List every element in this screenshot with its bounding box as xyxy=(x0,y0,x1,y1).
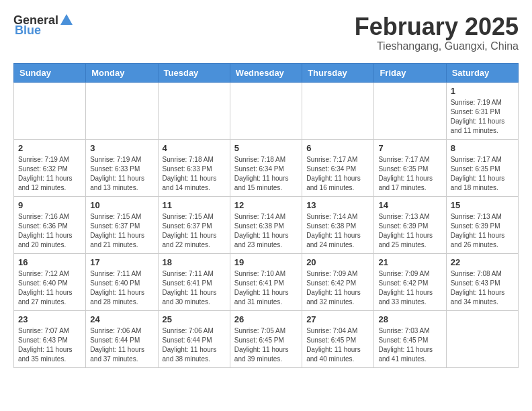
day-info: Sunrise: 7:08 AM Sunset: 6:43 PM Dayligh… xyxy=(451,269,514,307)
title-block: February 2025 Tieshangang, Guangxi, Chin… xyxy=(355,13,519,52)
day-info: Sunrise: 7:19 AM Sunset: 6:33 PM Dayligh… xyxy=(90,155,153,193)
day-info: Sunrise: 7:16 AM Sunset: 6:36 PM Dayligh… xyxy=(18,212,81,250)
day-number: 17 xyxy=(90,257,153,267)
day-number: 24 xyxy=(90,314,153,324)
day-info: Sunrise: 7:06 AM Sunset: 6:44 PM Dayligh… xyxy=(90,326,153,364)
day-info: Sunrise: 7:19 AM Sunset: 6:31 PM Dayligh… xyxy=(451,98,514,136)
day-number: 16 xyxy=(18,257,81,267)
week-row-3: 9Sunrise: 7:16 AM Sunset: 6:36 PM Daylig… xyxy=(14,196,519,253)
empty-cell xyxy=(302,82,374,139)
day-info: Sunrise: 7:07 AM Sunset: 6:43 PM Dayligh… xyxy=(18,326,81,364)
week-row-2: 2Sunrise: 7:19 AM Sunset: 6:32 PM Daylig… xyxy=(14,139,519,196)
day-info: Sunrise: 7:14 AM Sunset: 6:38 PM Dayligh… xyxy=(234,212,298,250)
day-number: 5 xyxy=(234,143,298,153)
month-title: February 2025 xyxy=(355,13,519,40)
empty-cell xyxy=(374,82,446,139)
day-number: 10 xyxy=(90,200,153,210)
weekday-header-friday: Friday xyxy=(374,63,446,82)
day-info: Sunrise: 7:10 AM Sunset: 6:41 PM Dayligh… xyxy=(234,269,298,307)
weekday-header-saturday: Saturday xyxy=(446,63,518,82)
week-row-4: 16Sunrise: 7:12 AM Sunset: 6:40 PM Dayli… xyxy=(14,253,519,310)
day-cell-13: 13Sunrise: 7:14 AM Sunset: 6:38 PM Dayli… xyxy=(302,196,374,253)
day-number: 26 xyxy=(234,314,298,324)
empty-cell xyxy=(230,82,302,139)
weekday-header-thursday: Thursday xyxy=(302,63,374,82)
day-number: 6 xyxy=(306,143,369,153)
day-number: 2 xyxy=(18,143,81,153)
day-cell-9: 9Sunrise: 7:16 AM Sunset: 6:36 PM Daylig… xyxy=(14,196,86,253)
weekday-header-monday: Monday xyxy=(86,63,158,82)
day-cell-26: 26Sunrise: 7:05 AM Sunset: 6:45 PM Dayli… xyxy=(230,310,302,367)
day-number: 7 xyxy=(378,143,441,153)
day-info: Sunrise: 7:04 AM Sunset: 6:45 PM Dayligh… xyxy=(306,326,369,364)
day-cell-28: 28Sunrise: 7:03 AM Sunset: 6:45 PM Dayli… xyxy=(374,310,446,367)
day-cell-25: 25Sunrise: 7:06 AM Sunset: 6:44 PM Dayli… xyxy=(158,310,230,367)
day-info: Sunrise: 7:03 AM Sunset: 6:45 PM Dayligh… xyxy=(378,326,441,364)
page-header: General Blue February 2025 Tieshangang, … xyxy=(13,13,519,52)
day-number: 18 xyxy=(163,257,226,267)
empty-cell xyxy=(446,310,518,367)
day-info: Sunrise: 7:06 AM Sunset: 6:44 PM Dayligh… xyxy=(163,326,226,364)
day-number: 8 xyxy=(451,143,514,153)
logo-icon xyxy=(59,13,74,28)
day-number: 28 xyxy=(378,314,441,324)
day-number: 3 xyxy=(90,143,153,153)
day-number: 12 xyxy=(234,200,298,210)
day-cell-24: 24Sunrise: 7:06 AM Sunset: 6:44 PM Dayli… xyxy=(86,310,158,367)
day-info: Sunrise: 7:15 AM Sunset: 6:37 PM Dayligh… xyxy=(90,212,153,250)
day-info: Sunrise: 7:17 AM Sunset: 6:35 PM Dayligh… xyxy=(378,155,441,193)
day-cell-11: 11Sunrise: 7:15 AM Sunset: 6:37 PM Dayli… xyxy=(158,196,230,253)
day-cell-22: 22Sunrise: 7:08 AM Sunset: 6:43 PM Dayli… xyxy=(446,253,518,310)
day-cell-5: 5Sunrise: 7:18 AM Sunset: 6:34 PM Daylig… xyxy=(230,139,302,196)
day-cell-10: 10Sunrise: 7:15 AM Sunset: 6:37 PM Dayli… xyxy=(86,196,158,253)
day-cell-23: 23Sunrise: 7:07 AM Sunset: 6:43 PM Dayli… xyxy=(14,310,86,367)
day-number: 27 xyxy=(306,314,369,324)
day-number: 9 xyxy=(18,200,81,210)
day-number: 19 xyxy=(234,257,298,267)
day-number: 11 xyxy=(163,200,226,210)
day-info: Sunrise: 7:11 AM Sunset: 6:41 PM Dayligh… xyxy=(163,269,226,307)
day-info: Sunrise: 7:09 AM Sunset: 6:42 PM Dayligh… xyxy=(378,269,441,307)
day-cell-2: 2Sunrise: 7:19 AM Sunset: 6:32 PM Daylig… xyxy=(14,139,86,196)
location-title: Tieshangang, Guangxi, China xyxy=(355,40,519,52)
day-number: 15 xyxy=(451,200,514,210)
day-cell-4: 4Sunrise: 7:18 AM Sunset: 6:33 PM Daylig… xyxy=(158,139,230,196)
day-cell-14: 14Sunrise: 7:13 AM Sunset: 6:39 PM Dayli… xyxy=(374,196,446,253)
day-info: Sunrise: 7:13 AM Sunset: 6:39 PM Dayligh… xyxy=(451,212,514,250)
day-cell-3: 3Sunrise: 7:19 AM Sunset: 6:33 PM Daylig… xyxy=(86,139,158,196)
day-info: Sunrise: 7:13 AM Sunset: 6:39 PM Dayligh… xyxy=(378,212,441,250)
day-cell-21: 21Sunrise: 7:09 AM Sunset: 6:42 PM Dayli… xyxy=(374,253,446,310)
svg-marker-0 xyxy=(60,14,73,25)
day-number: 23 xyxy=(18,314,81,324)
day-cell-19: 19Sunrise: 7:10 AM Sunset: 6:41 PM Dayli… xyxy=(230,253,302,310)
day-cell-1: 1Sunrise: 7:19 AM Sunset: 6:31 PM Daylig… xyxy=(446,82,518,139)
day-number: 4 xyxy=(163,143,226,153)
day-number: 21 xyxy=(378,257,441,267)
day-info: Sunrise: 7:12 AM Sunset: 6:40 PM Dayligh… xyxy=(18,269,81,307)
empty-cell xyxy=(86,82,158,139)
day-number: 14 xyxy=(378,200,441,210)
day-info: Sunrise: 7:11 AM Sunset: 6:40 PM Dayligh… xyxy=(90,269,153,307)
empty-cell xyxy=(158,82,230,139)
day-info: Sunrise: 7:18 AM Sunset: 6:33 PM Dayligh… xyxy=(163,155,226,193)
day-cell-16: 16Sunrise: 7:12 AM Sunset: 6:40 PM Dayli… xyxy=(14,253,86,310)
day-number: 25 xyxy=(163,314,226,324)
day-info: Sunrise: 7:15 AM Sunset: 6:37 PM Dayligh… xyxy=(163,212,226,250)
day-info: Sunrise: 7:17 AM Sunset: 6:34 PM Dayligh… xyxy=(306,155,369,193)
day-cell-12: 12Sunrise: 7:14 AM Sunset: 6:38 PM Dayli… xyxy=(230,196,302,253)
weekday-header-wednesday: Wednesday xyxy=(230,63,302,82)
day-info: Sunrise: 7:14 AM Sunset: 6:38 PM Dayligh… xyxy=(306,212,369,250)
day-info: Sunrise: 7:09 AM Sunset: 6:42 PM Dayligh… xyxy=(306,269,369,307)
weekday-header-tuesday: Tuesday xyxy=(158,63,230,82)
logo: General Blue xyxy=(13,13,74,38)
day-info: Sunrise: 7:05 AM Sunset: 6:45 PM Dayligh… xyxy=(234,326,298,364)
day-cell-7: 7Sunrise: 7:17 AM Sunset: 6:35 PM Daylig… xyxy=(374,139,446,196)
logo-blue: Blue xyxy=(15,24,41,38)
day-cell-17: 17Sunrise: 7:11 AM Sunset: 6:40 PM Dayli… xyxy=(86,253,158,310)
day-number: 1 xyxy=(451,86,514,96)
day-info: Sunrise: 7:18 AM Sunset: 6:34 PM Dayligh… xyxy=(234,155,298,193)
day-cell-20: 20Sunrise: 7:09 AM Sunset: 6:42 PM Dayli… xyxy=(302,253,374,310)
day-number: 13 xyxy=(306,200,369,210)
day-info: Sunrise: 7:19 AM Sunset: 6:32 PM Dayligh… xyxy=(18,155,81,193)
weekday-header-sunday: Sunday xyxy=(14,63,86,82)
